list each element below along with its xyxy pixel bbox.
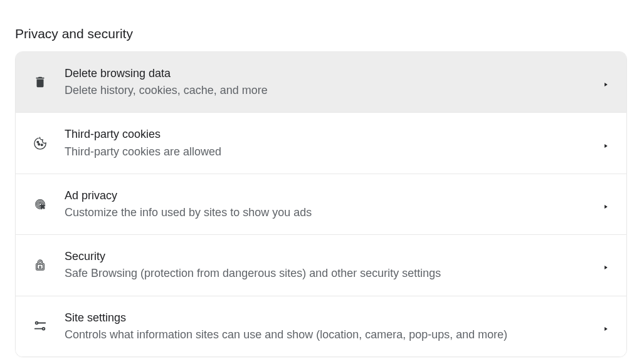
chevron-right-icon — [603, 323, 609, 330]
third-party-cookies-item[interactable]: Third-party cookies Third-party cookies … — [16, 113, 626, 174]
item-title: Third-party cookies — [65, 127, 595, 142]
svg-point-2 — [41, 144, 43, 145]
item-text: Site settings Controls what information … — [65, 310, 595, 343]
chevron-right-icon — [603, 140, 609, 147]
item-description: Customize the info used by sites to show… — [65, 205, 595, 221]
ad-click-icon — [33, 197, 47, 211]
item-title: Security — [65, 249, 595, 264]
item-text: Security Safe Browsing (protection from … — [65, 249, 595, 281]
site-settings-item[interactable]: Site settings Controls what information … — [16, 296, 626, 356]
item-text: Third-party cookies Third-party cookies … — [65, 127, 595, 159]
section-title: Privacy and security — [15, 26, 627, 41]
chevron-right-icon — [603, 201, 609, 207]
chevron-right-icon — [603, 262, 609, 268]
security-item[interactable]: Security Safe Browsing (protection from … — [16, 235, 626, 296]
item-text: Delete browsing data Delete history, coo… — [65, 66, 595, 98]
lock-icon — [33, 258, 47, 272]
privacy-security-list: Delete browsing data Delete history, coo… — [15, 51, 627, 357]
svg-point-0 — [37, 141, 38, 142]
cookie-icon — [33, 137, 47, 150]
item-title: Ad privacy — [65, 188, 595, 204]
tune-icon — [33, 320, 47, 333]
item-title: Delete browsing data — [65, 66, 595, 81]
item-text: Ad privacy Customize the info used by si… — [65, 188, 595, 221]
item-description: Controls what information sites can use … — [65, 327, 595, 343]
trash-icon — [33, 75, 47, 89]
svg-point-1 — [38, 143, 39, 145]
item-title: Site settings — [65, 310, 595, 326]
item-description: Safe Browsing (protection from dangerous… — [65, 266, 595, 281]
ad-privacy-item[interactable]: Ad privacy Customize the info used by si… — [16, 174, 626, 235]
chevron-right-icon — [603, 79, 609, 85]
item-description: Third-party cookies are allowed — [65, 144, 595, 160]
delete-browsing-data-item[interactable]: Delete browsing data Delete history, coo… — [16, 52, 626, 113]
item-description: Delete history, cookies, cache, and more — [65, 83, 595, 98]
